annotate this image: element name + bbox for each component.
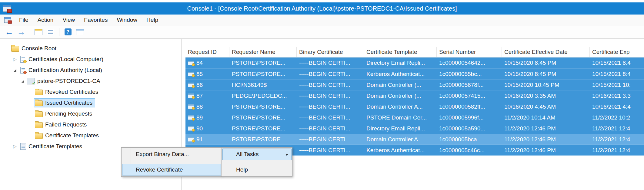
menu-window[interactable]: Window — [112, 15, 142, 25]
cell-requester-name: PEDGE\PEDGEDC... — [229, 90, 297, 101]
menu-file[interactable]: File — [15, 15, 33, 25]
cell-request-id: 91 — [185, 134, 229, 145]
tree-item-certification-authority-local[interactable]: Certification Authority (Local) — [0, 65, 181, 76]
cell-certificate-expiration: 10/15/2021 8:4 — [590, 69, 644, 79]
cell-serial-number: 1c0000005c46c... — [437, 145, 502, 156]
table-row[interactable]: 86HCI\N36149$-----BEGIN CERTI...Domain C… — [185, 79, 644, 90]
menu-item-revoke-certificate[interactable]: Revoke Certificate — [122, 164, 221, 175]
mmc-window: Console1 - [Console Root\Certification A… — [0, 0, 644, 190]
cell-certificate-expiration: 10/16/2021 4:4 — [590, 101, 644, 112]
cell-request-id: 90 — [185, 123, 229, 134]
cell-certificate-effective-date: 10/15/2020 8:45 PM — [502, 57, 590, 68]
cell-certificate-template: Directory Email Repli... — [364, 57, 437, 68]
cell-certificate-template: PSTORE Domain Cer... — [364, 112, 437, 123]
submenu-arrow-icon: ▸ — [286, 149, 288, 160]
folder-icon — [35, 111, 43, 117]
cell-serial-number: 1c0000005bca... — [437, 134, 502, 145]
table-row[interactable]: 88PSTORE\PSTORE...-----BEGIN CERTI...Dom… — [185, 101, 644, 112]
folder-icon — [35, 122, 43, 128]
menu-item-label: Export Binary Data... — [136, 151, 189, 157]
certification-authority-icon — [20, 67, 26, 74]
menu-item-label: All Tasks — [236, 151, 259, 157]
cell-certificate-expiration: 11/2/2021 12:4 — [590, 123, 644, 134]
column-header-requester-name[interactable]: Requester Name — [229, 47, 297, 57]
properties-icon[interactable] — [74, 27, 86, 37]
tree-item-certificates-local-computer[interactable]: Certificates (Local Computer) — [0, 54, 181, 65]
menu-item-export-binary-data[interactable]: Export Binary Data... — [122, 149, 221, 160]
tree-item-certificate-templates-folder[interactable]: Certificate Templates — [0, 130, 181, 141]
menu-item-label: Help — [236, 166, 248, 173]
cell-certificate-expiration: 11/2/2021 12:4 — [590, 145, 644, 156]
chevron-expanded-icon[interactable] — [19, 80, 26, 83]
cell-request-id: 89 — [185, 112, 229, 123]
column-header-certificate-expiration[interactable]: Certificate Exp — [590, 47, 644, 57]
help-icon[interactable] — [62, 27, 74, 37]
cell-request-id: 86 — [185, 80, 229, 90]
back-icon[interactable] — [3, 27, 15, 37]
certificate-icon — [188, 93, 194, 98]
table-row[interactable]: 84PSTORE\PSTORE...-----BEGIN CERTI...Dir… — [185, 57, 644, 68]
folder-icon — [35, 133, 43, 139]
tree-item-pending-requests[interactable]: Pending Requests — [0, 108, 181, 119]
menu-item-all-tasks[interactable]: All Tasks ▸ — [222, 149, 292, 160]
cell-certificate-template: Kerberos Authenticat... — [364, 145, 437, 156]
folder-icon — [11, 46, 19, 52]
cell-binary-certificate: -----BEGIN CERTI... — [297, 123, 364, 134]
cell-certificate-expiration: 11/2/2022 10:2 — [590, 112, 644, 123]
table-row[interactable]: 89PSTORE\PSTORE...-----BEGIN CERTI...PST… — [185, 112, 644, 123]
cell-requester-name: PSTORE\PSTORE... — [229, 57, 297, 68]
tree-item-failed-requests[interactable]: Failed Requests — [0, 119, 181, 130]
certificate-icon — [188, 126, 194, 131]
cell-binary-certificate: -----BEGIN CERTI... — [297, 57, 364, 68]
cell-serial-number: 1c0000000582ff... — [437, 101, 502, 112]
chevron-expanded-icon[interactable] — [12, 69, 18, 72]
cell-certificate-effective-date: 10/15/2020 10:45 PM — [502, 80, 590, 90]
menu-item-help[interactable]: Help — [222, 164, 292, 175]
menu-view[interactable]: View — [58, 15, 79, 25]
column-header-binary-certificate[interactable]: Binary Certificate — [297, 47, 364, 57]
certificate-icon — [188, 137, 194, 142]
chevron-collapsed-icon[interactable] — [12, 144, 18, 149]
tree-item-console-root[interactable]: Console Root — [0, 43, 181, 54]
cell-certificate-effective-date: 11/2/2020 10:14 AM — [502, 112, 590, 123]
tree-item-label: Console Root — [22, 45, 56, 52]
tree-item-pstore-pstoredc1-ca[interactable]: pstore-PSTOREDC1-CA — [0, 76, 181, 87]
cell-binary-certificate: -----BEGIN CERTI... — [297, 145, 364, 156]
window-title: Console1 - [Console Root\Certification A… — [0, 5, 644, 12]
cell-certificate-effective-date: 11/2/2020 12:46 PM — [502, 123, 590, 134]
tree-item-label: Certificates (Local Computer) — [28, 56, 103, 63]
cell-requester-name: PSTORE\PSTORE... — [229, 101, 297, 112]
tree-item-issued-certificates[interactable]: Issued Certificates — [0, 97, 181, 108]
cell-serial-number: 1c0000005a590... — [437, 123, 502, 134]
grid-rows: 84PSTORE\PSTORE...-----BEGIN CERTI...Dir… — [185, 57, 644, 156]
tree-item-label: pstore-PSTOREDC1-CA — [37, 78, 100, 84]
certificate-icon — [188, 83, 194, 87]
column-header-certificate-template[interactable]: Certificate Template — [364, 47, 437, 57]
table-row[interactable]: 91PSTORE\PSTORE...-----BEGIN CERTI...Dom… — [185, 134, 644, 145]
cell-binary-certificate: -----BEGIN CERTI... — [297, 134, 364, 145]
tree-item-revoked-certificates[interactable]: Revoked Certificates — [0, 87, 181, 97]
titlebar: Console1 - [Console Root\Certification A… — [0, 2, 644, 15]
menu-help[interactable]: Help — [142, 15, 163, 25]
export-list-icon[interactable] — [45, 27, 56, 37]
column-header-serial-number[interactable]: Serial Number — [437, 47, 502, 57]
menu-separator — [133, 162, 220, 162]
column-header-certificate-effective-date[interactable]: Certificate Effective Date — [502, 47, 590, 57]
menu-action[interactable]: Action — [33, 15, 58, 25]
cell-serial-number: 1c00000054642... — [437, 57, 502, 68]
cell-binary-certificate: -----BEGIN CERTI... — [297, 80, 364, 90]
menu-favorites[interactable]: Favorites — [79, 15, 112, 25]
cell-certificate-template: Domain Controller A... — [364, 134, 437, 145]
table-row[interactable]: 87PEDGE\PEDGEDC...-----BEGIN CERTI...Dom… — [185, 90, 644, 101]
table-row[interactable]: 90PSTORE\PSTORE...-----BEGIN CERTI...Dir… — [185, 123, 644, 134]
column-header-request-id[interactable]: Request ID — [185, 47, 229, 57]
show-console-tree-icon[interactable] — [33, 27, 44, 37]
forward-icon[interactable] — [15, 27, 27, 37]
console-window-icon[interactable] — [4, 17, 11, 23]
menu-item-label: Revoke Certificate — [136, 166, 183, 173]
mmc-console-icon — [3, 5, 11, 12]
table-row[interactable]: 85PSTORE\PSTORE...-----BEGIN CERTI...Ker… — [185, 68, 644, 79]
tree-item-label: Revoked Certificates — [45, 89, 98, 95]
chevron-collapsed-icon[interactable] — [12, 57, 18, 62]
certificate-icon — [20, 56, 26, 63]
